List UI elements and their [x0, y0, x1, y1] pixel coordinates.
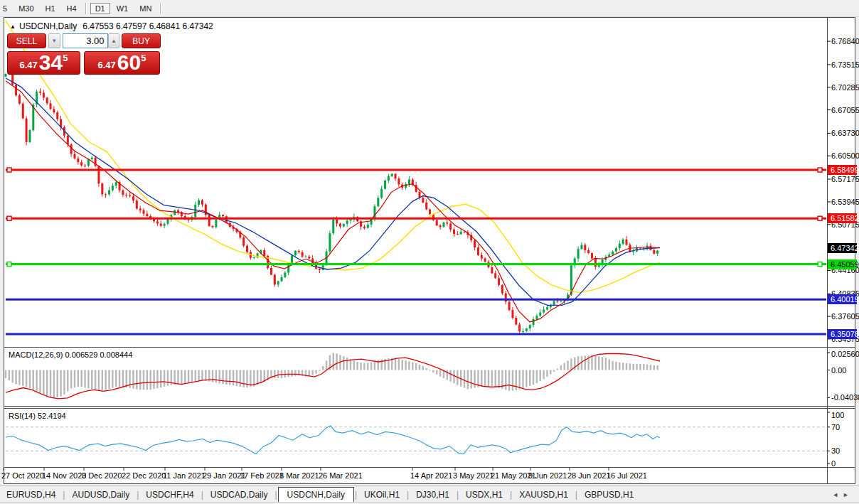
trading-terminal-window: 5M30H1H4D1W1MN ▲USDCNH,Daily6.47553 6.47…	[0, 0, 859, 504]
price-axis-label: 6.76840	[831, 36, 859, 46]
volume-input[interactable]	[63, 33, 108, 48]
rsi-indicator-label: RSI(14) 52.4194	[9, 412, 66, 420]
macd-axis-label: 0.00	[831, 365, 846, 375]
rsi-axis-label: 70	[831, 422, 840, 432]
line-handle	[7, 262, 11, 267]
price-level-tag: 6.35078	[828, 329, 857, 339]
pane-splitter-main-macd[interactable]	[4, 347, 855, 348]
price-axis-label: 6.73515	[831, 60, 859, 70]
rsi-pane	[6, 426, 826, 454]
line-handle	[7, 168, 11, 172]
rsi-line	[6, 426, 660, 454]
tab-separator: |	[355, 490, 357, 500]
date-axis-label: 14 Nov 2020	[42, 471, 86, 480]
line-handle	[818, 168, 822, 172]
date-axis-label: 9 Jun 2021	[528, 471, 567, 480]
pane-splitter-macd-rsi[interactable]	[4, 408, 855, 409]
buy-price-prefix: 6.47	[98, 60, 116, 70]
tab-separator: |	[575, 490, 577, 500]
chevron-up-icon: ▲	[111, 38, 117, 44]
chart-ohlc-quotes: 6.47553 6.47597 6.46841 6.47342	[82, 21, 213, 31]
sell-button[interactable]: SELL	[7, 33, 46, 48]
price-axis-label: 6.63730	[831, 128, 859, 138]
ma-mid-line	[6, 78, 660, 306]
line-handle	[818, 216, 822, 220]
tab-scroll-right-icon[interactable]: ►	[843, 491, 853, 498]
chart-tab-bar: EURUSD,H4|AUDUSD,Daily|USDCHF,H4|USDCAD,…	[0, 486, 859, 503]
date-axis-label: 3 Dec 2020	[82, 471, 122, 480]
macd-axis-label: 0.025609	[831, 349, 859, 359]
date-axis-label: 3 May 2021	[453, 471, 493, 480]
line-handle	[7, 216, 11, 220]
price-level-tag: 6.45059	[828, 259, 857, 269]
chart-symbol-period: USDCNH,Daily	[19, 21, 77, 31]
price-level-tag: 6.58499	[828, 165, 857, 175]
collapse-chart-icon[interactable]: ▲	[10, 23, 16, 30]
buy-button[interactable]: BUY	[122, 33, 161, 48]
volume-increase-button[interactable]: ▲	[108, 33, 120, 48]
sell-price-box[interactable]: 6.47345	[7, 51, 80, 75]
date-axis-label: 16 Jul 2021	[607, 471, 647, 480]
rsi-axis-label: 100	[831, 410, 844, 420]
tab-separator: |	[137, 490, 139, 500]
price-axis-label: 6.67055	[831, 105, 859, 115]
tab-separator: |	[510, 490, 512, 500]
price-axis-label: 6.53945	[831, 197, 859, 207]
tab-usdx-h1[interactable]: USDX,H1	[459, 488, 509, 502]
date-axis-label: 14 Apr 2021	[410, 471, 452, 480]
tab-ukoil-h1[interactable]: UKOil,H1	[358, 488, 406, 502]
tab-eurusd-h4[interactable]: EURUSD,H4	[0, 488, 62, 502]
ma-fast-line	[6, 81, 660, 322]
pane-splitter-macd-top[interactable]	[4, 406, 855, 407]
date-axis-label: 26 Mar 2021	[319, 471, 363, 480]
date-axis-divider	[4, 467, 855, 468]
macd-axis-label: -0.04038	[831, 392, 859, 402]
rsi-axis-label: 30	[831, 446, 840, 456]
buy-price-box[interactable]: 6.47605	[84, 51, 160, 75]
tab-dj30-h1[interactable]: DJ30,H1	[410, 488, 456, 502]
tab-separator: |	[274, 490, 277, 500]
date-axis-label: 11 Jan 2021	[163, 471, 206, 480]
tab-separator: |	[457, 490, 459, 500]
tab-usdchf-h4[interactable]: USDCHF,H4	[139, 488, 200, 502]
tab-scroll-arrows: ◄►	[832, 491, 853, 498]
macd-indicator-label: MACD(12,26,9) 0.006529 0.008444	[9, 350, 132, 359]
date-axis-label: 28 Jun 2021	[567, 471, 611, 480]
date-axis-label: 22 Dec 2020	[122, 471, 166, 480]
date-axis-label: 8 Mar 2021	[279, 471, 319, 480]
buy-price-big: 60	[117, 53, 141, 72]
price-level-tag: 6.40019	[828, 294, 857, 304]
sell-price-big: 34	[39, 53, 63, 72]
price-level-tag: 6.51582	[828, 213, 857, 223]
tab-scroll-left-icon[interactable]: ◄	[832, 491, 843, 498]
tab-audusd-daily[interactable]: AUDUSD,Daily	[65, 488, 136, 502]
current-price-tag: 6.47342	[828, 243, 857, 253]
price-axis-label: 6.70285	[831, 82, 859, 92]
volume-decrease-button[interactable]: ▼	[48, 33, 60, 48]
tab-separator: |	[407, 490, 409, 500]
chevron-down-icon: ▼	[51, 38, 57, 44]
price-axis-label: 6.60500	[831, 151, 859, 161]
tab-usdcnh-daily[interactable]: USDCNH,Daily	[278, 487, 354, 503]
date-axis-label: 27 Oct 2020	[1, 471, 44, 480]
price-axis-label: 6.37605	[831, 311, 859, 321]
line-handle	[818, 262, 822, 267]
tab-separator: |	[63, 490, 65, 500]
rsi-axis-label: 0	[831, 459, 836, 468]
buy-price-sup: 5	[141, 53, 146, 63]
sell-price-prefix: 6.47	[20, 60, 38, 70]
tab-xauusd-h1[interactable]: XAUUSD,H1	[513, 488, 575, 502]
tab-gbpusd-h1[interactable]: GBPUSD,H1	[578, 488, 640, 502]
chart-header: ▲USDCNH,Daily6.47553 6.47597 6.46841 6.4…	[10, 21, 213, 31]
sell-price-sup: 5	[63, 53, 68, 63]
one-click-trading-panel: SELL ▼ ▲ BUY 6.47345 6.47605	[7, 33, 161, 75]
macd-pane	[5, 353, 660, 398]
price-axis-label: 6.57175	[831, 174, 859, 184]
tab-separator: |	[201, 490, 203, 500]
tab-usdcad-daily[interactable]: USDCAD,Daily	[204, 488, 274, 502]
date-axis-label: 17 Feb 2021	[240, 471, 284, 480]
